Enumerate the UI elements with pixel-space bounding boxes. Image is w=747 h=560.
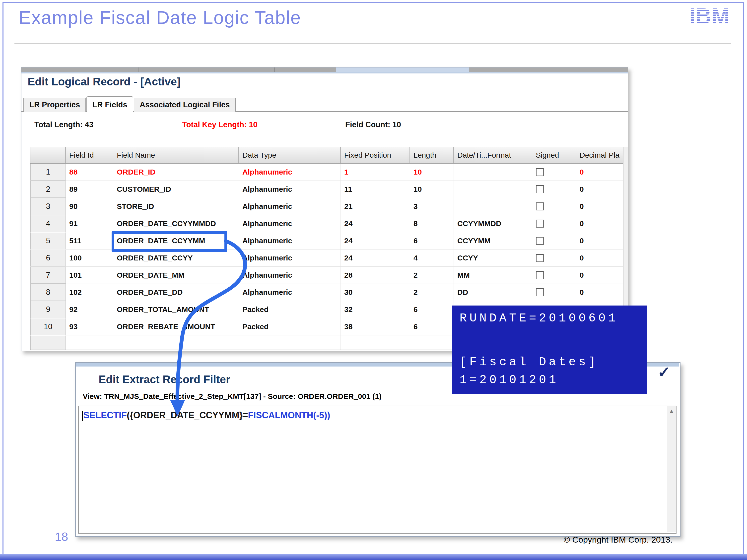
cell-field-id: 93 bbox=[66, 318, 113, 335]
table-row[interactable]: 188ORDER_IDAlphanumeric1100 bbox=[30, 164, 623, 181]
cell-fixed-position: 24 bbox=[341, 215, 410, 232]
formula-segment: ({ORDER_DATE_CCYYMM}= bbox=[127, 410, 248, 420]
cell-date-format: CCYYMM bbox=[454, 232, 532, 249]
table-row[interactable]: 390STORE_IDAlphanumeric2130 bbox=[30, 198, 623, 215]
cell-field-name: ORDER_DATE_CCYY bbox=[113, 249, 239, 266]
column-header-signed[interactable]: Signed bbox=[532, 147, 576, 163]
row-number-cell[interactable] bbox=[30, 336, 66, 350]
table-row[interactable]: 8102ORDER_DATE_DDAlphanumeric302DD0 bbox=[30, 284, 623, 301]
cell-data-type: Alphanumeric bbox=[239, 198, 341, 215]
cell-data-type: Alphanumeric bbox=[239, 267, 341, 284]
cell-signed bbox=[532, 284, 576, 301]
signed-checkbox[interactable] bbox=[536, 271, 544, 279]
window-top-strip bbox=[21, 68, 628, 72]
filter-expression-textarea[interactable]: SELECTIF({ORDER_DATE_CCYYMM}=FISCALMONTH… bbox=[78, 406, 676, 534]
cell-field-id: 91 bbox=[66, 215, 113, 232]
field-count-label: Field Count: 10 bbox=[345, 120, 401, 129]
cell-field-name: ORDER_DATE_MM bbox=[113, 267, 239, 284]
column-header-data-type[interactable]: Data Type bbox=[239, 147, 341, 163]
svg-text:IBM: IBM bbox=[690, 5, 729, 27]
cell-fixed-position: 38 bbox=[341, 318, 410, 335]
confirm-check-icon[interactable]: ✓ bbox=[658, 363, 671, 381]
cell-length: 10 bbox=[410, 181, 454, 198]
cell-length: 6 bbox=[410, 318, 454, 335]
lr-stats: Total Length: 43 Total Key Length: 10 Fi… bbox=[21, 120, 628, 130]
signed-checkbox[interactable] bbox=[536, 288, 544, 296]
table-row[interactable]: 491ORDER_DATE_CCYYMMDDAlphanumeric248CCY… bbox=[30, 215, 623, 232]
cell-fixed-position: 24 bbox=[341, 249, 410, 266]
cell-data-type: Alphanumeric bbox=[239, 215, 341, 232]
signed-checkbox[interactable] bbox=[536, 185, 544, 193]
row-number-cell[interactable]: 8 bbox=[30, 284, 66, 301]
text-cursor bbox=[82, 411, 83, 421]
cell-decimal-places: 0 bbox=[576, 232, 622, 249]
cell-field-name: CUSTOMER_ID bbox=[113, 181, 239, 198]
lr-tabs: LR PropertiesLR FieldsAssociated Logical… bbox=[23, 97, 236, 112]
cell-signed bbox=[532, 267, 576, 284]
tab-lr-properties[interactable]: LR Properties bbox=[23, 98, 86, 112]
signed-checkbox[interactable] bbox=[536, 220, 544, 228]
row-number-cell[interactable]: 9 bbox=[30, 301, 66, 318]
dialog-title: Edit Extract Record Filter bbox=[99, 373, 230, 386]
cell-field-id: 89 bbox=[66, 181, 113, 198]
column-header-fixed-position[interactable]: Fixed Position bbox=[341, 147, 410, 163]
signed-checkbox[interactable] bbox=[536, 254, 544, 262]
row-number-cell[interactable]: 7 bbox=[30, 267, 66, 284]
cell-field-name: ORDER_DATE_CCYYMMDD bbox=[113, 215, 239, 232]
cell-decimal-places: 0 bbox=[576, 181, 622, 198]
cell-field-name: ORDER_TOTAL_AMOUNT bbox=[113, 301, 239, 318]
column-header-date-format[interactable]: Date/Ti...Format bbox=[454, 147, 532, 163]
textarea-scrollbar[interactable]: ▲ bbox=[667, 406, 676, 532]
cell-field-name bbox=[113, 336, 239, 350]
column-header-field-id[interactable]: Field Id bbox=[66, 147, 113, 163]
signed-checkbox[interactable] bbox=[536, 168, 544, 176]
ibm-logo-icon: IBM bbox=[690, 5, 734, 28]
dialog-title: Edit Logical Record - [Active] bbox=[28, 76, 181, 88]
cell-fixed-position: 1 bbox=[341, 164, 410, 181]
cell-data-type: Alphanumeric bbox=[239, 249, 341, 266]
row-number-cell[interactable]: 4 bbox=[30, 215, 66, 232]
table-row[interactable]: 7101ORDER_DATE_MMAlphanumeric282MM0 bbox=[30, 267, 623, 284]
column-header-row-number-header[interactable] bbox=[30, 147, 66, 163]
cell-data-type: Alphanumeric bbox=[239, 284, 341, 301]
row-number-cell[interactable]: 10 bbox=[30, 318, 66, 335]
slide-bottom-bar bbox=[0, 554, 747, 560]
row-number-cell[interactable]: 3 bbox=[30, 198, 66, 215]
slide-border-left bbox=[2, 2, 3, 560]
signed-checkbox[interactable] bbox=[536, 237, 544, 245]
window-top-border bbox=[21, 72, 628, 74]
tab-associated-logical-files[interactable]: Associated Logical Files bbox=[134, 98, 236, 112]
table-header-row: Field IdField NameData TypeFixed Positio… bbox=[30, 147, 623, 164]
row-number-cell[interactable]: 6 bbox=[30, 249, 66, 266]
slide-border-right bbox=[743, 2, 744, 560]
cell-fixed-position: 28 bbox=[341, 267, 410, 284]
table-row[interactable]: 289CUSTOMER_IDAlphanumeric11100 bbox=[30, 181, 623, 198]
cell-fixed-position: 32 bbox=[341, 301, 410, 318]
slide: Example Fiscal Date Logic Table IBM Edit… bbox=[0, 0, 747, 560]
cell-date-format bbox=[454, 164, 532, 181]
row-number-cell[interactable]: 2 bbox=[30, 181, 66, 198]
signed-checkbox[interactable] bbox=[536, 203, 544, 210]
cell-data-type bbox=[239, 336, 341, 350]
cell-length: 4 bbox=[410, 249, 454, 266]
cell-data-type: Alphanumeric bbox=[239, 181, 341, 198]
tab-lr-fields[interactable]: LR Fields bbox=[86, 96, 133, 112]
row-number-cell[interactable]: 1 bbox=[30, 164, 66, 181]
cell-decimal-places: 0 bbox=[576, 198, 622, 215]
strip-divider bbox=[274, 68, 275, 72]
cell-length: 10 bbox=[410, 164, 454, 181]
cell-field-id: 102 bbox=[66, 284, 113, 301]
cell-field-id: 92 bbox=[66, 301, 113, 318]
view-source-line: View: TRN_MJS_Date_Effective_2_Step_KMT[… bbox=[83, 392, 382, 401]
scroll-up-icon[interactable]: ▲ bbox=[667, 406, 676, 416]
cell-field-name: ORDER_DATE_DD bbox=[113, 284, 239, 301]
formula-segments: SELECTIF({ORDER_DATE_CCYYMM}=FISCALMONTH… bbox=[83, 410, 330, 420]
column-header-field-name[interactable]: Field Name bbox=[113, 147, 239, 163]
fiscal-dates-value: 1=20101201 bbox=[460, 373, 559, 387]
table-row[interactable]: 6100ORDER_DATE_CCYYAlphanumeric244CCYY0 bbox=[30, 249, 623, 267]
cell-field-id: 101 bbox=[66, 267, 113, 284]
column-header-length[interactable]: Length bbox=[410, 147, 454, 163]
cell-length: 8 bbox=[410, 215, 454, 232]
row-number-cell[interactable]: 5 bbox=[30, 232, 66, 249]
column-header-decimal-places[interactable]: Decimal Pla bbox=[576, 147, 622, 163]
